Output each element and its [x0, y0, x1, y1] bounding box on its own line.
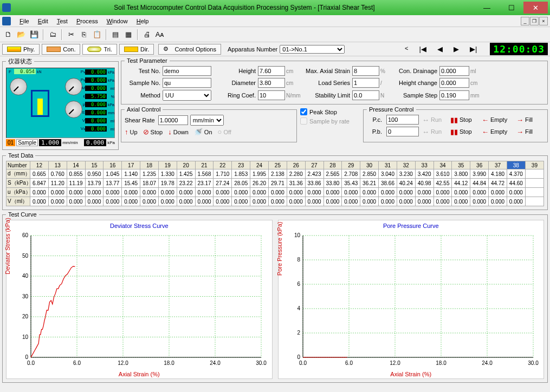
sample-by-rate-checkbox[interactable]: Sample by rate [300, 117, 360, 125]
window-title: Soil Test Microcomputer Control Data Acq… [14, 4, 475, 11]
pb-stop-button[interactable]: ▮▮Stop [450, 128, 478, 136]
svg-text:0.0: 0.0 [27, 360, 35, 366]
test-data-group: Test Data Number121314151617181920212223… [2, 152, 548, 210]
print-icon[interactable]: 🖨 [141, 29, 153, 41]
copy-icon[interactable]: ⎘ [78, 29, 90, 41]
svg-text:12.0: 12.0 [390, 360, 400, 366]
main-toolbar: 🗋 📂 💾 🗂 ✂ ⎘ 📋 ▤ ▦ 🖨 Aᴀ [0, 27, 550, 42]
tab-dir[interactable]: Dir. [119, 44, 154, 55]
shear-rate-unit-select[interactable]: mm/min [190, 115, 224, 126]
pb-fill-button[interactable]: →Fill [516, 128, 541, 136]
svg-text:60: 60 [22, 232, 29, 238]
stability-limit-input[interactable] [352, 90, 379, 100]
stop-axial-button[interactable]: ⊘Stop [143, 128, 163, 136]
instrument-display: F 0.054 kN P₁0.000kPaP₂0.000kPaM0.000mlε… [6, 68, 115, 138]
pc-fill-button[interactable]: →Fill [516, 116, 541, 124]
instrument-status-panel: 仪器状态 F 0.054 kN P₁0.000kPaP₂0.000kPaM0.0… [2, 57, 119, 150]
next-button[interactable]: ▶ [454, 45, 459, 53]
load-series-input[interactable] [352, 78, 379, 88]
minimize-button[interactable]: — [475, 2, 499, 14]
readout-0: 0.000 [85, 69, 107, 75]
readout-7: 0.000 [85, 126, 107, 132]
sample-number-badge: 01 [6, 139, 15, 146]
down-button[interactable]: ↓Down [168, 128, 189, 136]
svg-text:24.0: 24.0 [482, 360, 493, 366]
menu-help[interactable]: Help [132, 17, 153, 25]
sample-step-input[interactable] [439, 90, 469, 100]
ring-coef-input[interactable] [258, 90, 285, 100]
pc-empty-button[interactable]: ←Empty [482, 116, 513, 124]
height-input[interactable] [258, 66, 285, 76]
test-data-table[interactable]: Number1213141516171819202122232425262728… [6, 161, 544, 206]
svg-text:40: 40 [22, 273, 29, 279]
method-select[interactable]: UU [163, 90, 211, 101]
module-tab-row: Phy. Con. Tri. Dir. ⚙ Control Options Ap… [0, 42, 550, 56]
app-icon-small [2, 17, 11, 25]
clock-display: 12:00:03 [490, 43, 548, 55]
pc-run-button[interactable]: ↔Run [422, 116, 447, 124]
peak-options: Peak Stop Sample by rate [300, 106, 360, 142]
test-curve-group: Test Curve Deviator Stress Curve Deviato… [2, 211, 548, 383]
gauge-2 [65, 78, 82, 95]
instrument-status-label: 仪器状态 [6, 57, 34, 66]
tab-con[interactable]: Con. [42, 44, 80, 55]
menu-window[interactable]: Window [102, 17, 132, 25]
apparatus-number-select[interactable]: 01->No.1 [280, 45, 345, 54]
menu-test[interactable]: Test [53, 17, 72, 25]
font-icon[interactable]: Aᴀ [154, 29, 166, 41]
save-icon[interactable]: 💾 [28, 29, 40, 41]
pb-input[interactable] [386, 127, 419, 136]
sample-label: Sample [16, 139, 38, 146]
drainage-input[interactable] [439, 66, 469, 76]
properties-icon[interactable]: 🗂 [47, 29, 59, 41]
mdi-close-button[interactable]: × [539, 17, 548, 25]
svg-text:6.0: 6.0 [345, 360, 353, 366]
prev-button[interactable]: ◀ [437, 45, 443, 53]
cascade-icon[interactable]: ▤ [109, 29, 121, 41]
close-button[interactable]: ✕ [523, 2, 548, 14]
cut-icon[interactable]: ✂ [65, 29, 77, 41]
svg-text:12.0: 12.0 [118, 360, 128, 366]
svg-text:0.0: 0.0 [299, 360, 307, 366]
svg-text:18.0: 18.0 [436, 360, 447, 366]
sample-no-input[interactable] [163, 78, 211, 88]
new-icon[interactable]: 🗋 [2, 29, 14, 41]
pc-input[interactable] [386, 115, 419, 125]
up-button[interactable]: ↑Up [125, 128, 138, 136]
diameter-input[interactable] [258, 78, 285, 88]
maximize-button[interactable]: ☐ [499, 2, 523, 14]
tile-icon[interactable]: ▦ [122, 29, 134, 41]
open-icon[interactable]: 📂 [15, 29, 27, 41]
shear-rate-input[interactable] [158, 115, 188, 125]
paste-icon[interactable]: 📋 [91, 29, 103, 41]
height-change-input[interactable] [439, 78, 469, 88]
readout-6: 0.000 [85, 118, 107, 123]
peak-stop-checkbox[interactable]: Peak Stop [300, 108, 360, 115]
readout-4: 0.000 [85, 102, 107, 107]
svg-text:24.0: 24.0 [210, 360, 221, 366]
menu-file[interactable]: File [15, 17, 34, 25]
test-no-input[interactable] [163, 66, 211, 76]
force-readout: 0.054 [14, 69, 36, 74]
menu-process[interactable]: Process [72, 17, 102, 25]
gauge-1 [10, 78, 27, 95]
on-button[interactable]: 🚿On [194, 128, 212, 136]
menu-edit[interactable]: Edit [34, 17, 53, 25]
pc-stop-button[interactable]: ▮▮Stop [450, 116, 478, 124]
tab-phy[interactable]: Phy. [2, 44, 40, 55]
max-strain-input[interactable] [352, 66, 379, 76]
first-button[interactable]: |◀ [419, 45, 426, 53]
deviator-stress-chart: Deviator Stress Curve Deviator Stress (k… [6, 220, 273, 379]
svg-text:18.0: 18.0 [164, 360, 174, 366]
sample-diagram [31, 90, 53, 122]
app-icon [2, 3, 11, 12]
pb-empty-button[interactable]: ←Empty [482, 128, 513, 136]
control-options-button[interactable]: ⚙ Control Options [158, 44, 221, 55]
last-button[interactable]: ▶| [470, 45, 477, 53]
off-button[interactable]: ○Off [218, 128, 231, 136]
apparatus-number-label: Apparatus Number [228, 46, 277, 53]
mdi-restore-button[interactable]: ❐ [530, 17, 539, 25]
mdi-minimize-button[interactable]: _ [521, 17, 529, 25]
pb-run-button[interactable]: ↔Run [422, 128, 447, 136]
tab-tri[interactable]: Tri. [82, 44, 117, 55]
